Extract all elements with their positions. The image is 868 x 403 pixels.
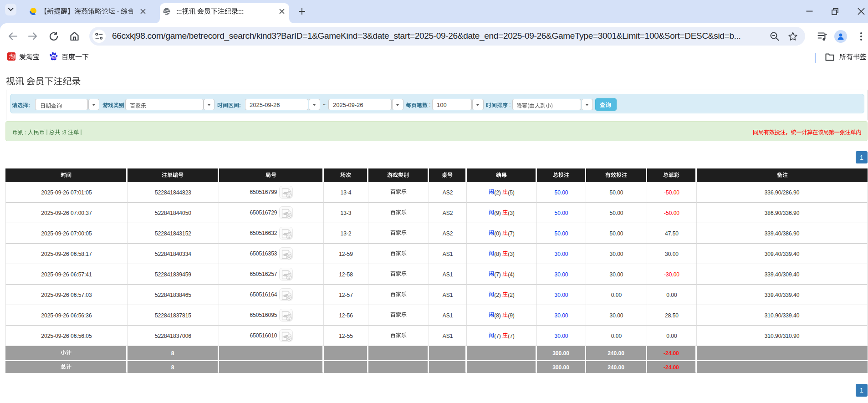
svg-text:du: du — [52, 56, 56, 60]
